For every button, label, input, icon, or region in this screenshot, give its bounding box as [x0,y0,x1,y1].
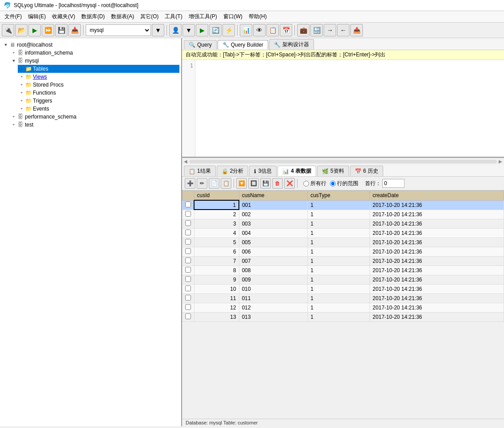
db-selector[interactable]: mysql information_schema performance_sch… [86,24,151,36]
row-checkbox[interactable] [185,230,191,235]
add-row-btn[interactable]: ➕ [185,178,195,189]
menu-help[interactable]: 帮助(H) [246,12,270,21]
start-btn[interactable]: ▶ [196,24,208,36]
row-checkbox[interactable] [185,248,191,254]
tree-node-tables[interactable]: + 📁 Tables [18,65,179,73]
procedure-btn[interactable]: 📋 [266,24,279,36]
menu-favorites[interactable]: 收藏夹(V) [49,12,78,21]
tree-node-mysql[interactable]: ▼ 🗄 mysql [10,57,179,65]
table-row[interactable]: 100112017-10-20 14:21:36 [183,200,504,210]
table-btn[interactable]: 📊 [240,24,252,36]
user-btn[interactable]: 👤 [169,24,182,36]
discard-btn[interactable]: ❌ [284,178,295,189]
tree-node-test[interactable]: + 🗄 test [10,121,179,129]
row-checkbox[interactable] [185,295,191,301]
tables-expand[interactable]: + [19,66,25,72]
table-row[interactable]: 200212017-10-20 14:21:36 [183,210,504,219]
root-expand-icon[interactable]: ▼ [3,42,9,48]
tree-node-info-schema[interactable]: + 🗄 information_schema [10,49,179,57]
tab-result[interactable]: 📋 1结果 [184,166,216,176]
table-row[interactable]: 700712017-10-20 14:21:36 [183,256,504,266]
tree-node-triggers[interactable]: + 📁 Triggers [18,97,179,105]
dropdown-btn[interactable]: ▼ [152,24,164,36]
menu-edit[interactable]: 编辑(E) [25,12,48,21]
table-row[interactable]: 1301312017-10-20 14:21:36 [183,312,504,321]
edit-row-btn[interactable]: ✏ [197,178,207,189]
table-row[interactable]: 1001012017-10-20 14:21:36 [183,284,504,293]
copy-row-btn[interactable]: 📄 [209,178,219,189]
scroll-track[interactable] [189,160,497,163]
table-row[interactable]: 500512017-10-20 14:21:36 [183,238,504,247]
row-checkbox[interactable] [185,258,191,263]
sql-editor[interactable] [195,60,504,157]
optimize-btn[interactable]: ⚡ [222,24,235,36]
menu-other[interactable]: 其它(O) [138,12,161,21]
th-createdate[interactable]: createDate [370,191,504,201]
th-cusid[interactable]: cusId [194,191,239,201]
radio-all-rows[interactable] [303,181,309,186]
triggers-expand[interactable]: + [19,98,25,104]
menu-database[interactable]: 数据库(D) [79,12,107,21]
backup-btn[interactable]: 💼 [297,24,310,36]
tree-node-stored-procs[interactable]: + 📁 Stored Procs [18,81,179,89]
menu-file[interactable]: 文件(F) [2,12,24,21]
tree-node-functions[interactable]: + 📁 Functions [18,89,179,97]
export-btn[interactable]: 📤 [350,24,363,36]
tab-query-builder[interactable]: 🔧 Query Builder [218,40,268,49]
info-schema-expand[interactable]: + [11,50,17,56]
new-connection-btn[interactable]: 🔌 [2,24,14,36]
open-btn[interactable]: 📂 [15,24,28,36]
stored-procs-expand[interactable]: + [19,82,25,88]
row-checkbox[interactable] [185,267,191,273]
filter-btn[interactable]: 🔽 [236,178,247,189]
scroll-arrow-left[interactable]: ◀ [182,159,187,164]
execute-btn[interactable]: ▶ [28,24,41,36]
row-checkbox[interactable] [185,202,191,207]
table-row[interactable]: 400412017-10-20 14:21:36 [183,228,504,238]
tree-node-perf-schema[interactable]: + 🗄 performance_schema [10,113,179,121]
delete-row-btn[interactable]: 🗑 [272,178,283,189]
mysql-expand[interactable]: ▼ [11,58,17,64]
tab-analysis[interactable]: 🔒 2分析 [217,166,249,176]
radio-row-range-label[interactable]: 行的范围 [330,180,358,187]
refresh-btn[interactable]: 🔄 [209,24,222,36]
view-btn[interactable]: 👁 [253,24,266,36]
menu-window[interactable]: 窗口(W) [221,12,245,21]
tree-root-node[interactable]: ▼ 🖥 root@localhost [2,41,179,49]
user-mgmt-btn[interactable]: ▼ [183,24,195,36]
row-checkbox[interactable] [185,304,191,310]
th-custype[interactable]: cusType [308,191,370,201]
tab-query[interactable]: 🔍 Query [184,40,217,49]
radio-row-range[interactable] [330,181,336,186]
tree-node-events[interactable]: + 📁 Events [18,105,179,113]
fast-forward-btn[interactable]: ⏩ [42,24,54,36]
arrow-left-btn[interactable]: ← [337,24,349,36]
restore-btn[interactable]: 🔙 [310,24,323,36]
row-checkbox[interactable] [185,220,191,226]
row-checkbox[interactable] [185,211,191,217]
scroll-arrow-right[interactable]: ▶ [499,159,504,164]
events-expand[interactable]: + [19,106,25,112]
row-checkbox[interactable] [185,276,191,282]
test-expand[interactable]: + [11,122,17,128]
paste-row-btn[interactable]: 📋 [221,178,231,189]
tab-schema-designer[interactable]: 🔧 架构设计器 [269,39,314,50]
row-checkbox[interactable] [185,239,191,245]
first-row-input[interactable] [382,179,405,188]
table-row[interactable]: 1201212017-10-20 14:21:36 [183,303,504,312]
functions-expand[interactable]: + [19,90,25,96]
row-checkbox[interactable] [185,285,191,291]
radio-all-rows-label[interactable]: 所有行 [303,180,326,187]
table-row[interactable]: 300312017-10-20 14:21:36 [183,219,504,228]
views-expand[interactable]: + [19,74,25,80]
tab-history[interactable]: 📅 6 历史 [350,166,383,176]
menu-table[interactable]: 数据表(A) [108,12,137,21]
table-row[interactable]: 600612017-10-20 14:21:36 [183,247,504,256]
th-cusname[interactable]: cusName [239,191,308,201]
save-btn[interactable]: 💾 [55,24,67,36]
event-btn[interactable]: 📅 [280,24,292,36]
tab-table-data[interactable]: 📊 4 表数据 [278,166,316,176]
save-data-btn[interactable]: 💾 [260,178,271,189]
grid-btn[interactable]: 🔲 [248,178,259,189]
perf-schema-expand[interactable]: + [11,114,17,120]
